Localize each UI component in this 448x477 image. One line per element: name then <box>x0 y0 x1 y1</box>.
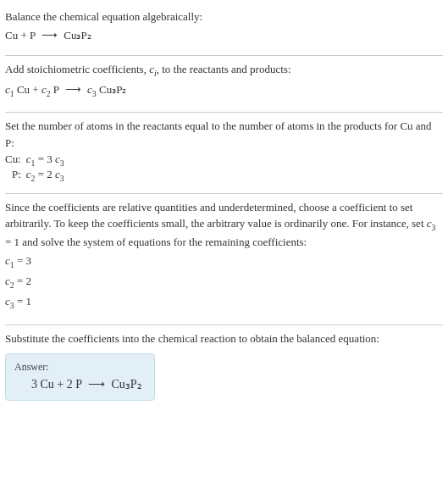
t2: P <box>51 83 59 96</box>
row-label: P: <box>5 168 26 183</box>
text-b: , to the reactants and products: <box>157 63 291 75</box>
v: = 1 <box>14 295 31 308</box>
t1: Cu + <box>14 83 41 96</box>
section-atom-balance: Set the number of atoms in the reactants… <box>5 113 443 192</box>
section-coefficients: Add stoichiometric coefficients, ci, to … <box>5 56 443 112</box>
arrow-icon: ⟶ <box>85 377 108 391</box>
solve-row: c1 = 3 <box>5 252 443 271</box>
t3: Cu₃P₂ <box>97 83 127 96</box>
rhs-s: 3 <box>60 158 64 168</box>
balance-row: P: c2 = 2 c3 <box>5 168 64 183</box>
answer-text: Substitute the coefficients into the che… <box>5 330 443 347</box>
section-problem: Balance the chemical equation algebraica… <box>5 3 443 55</box>
row-label: Cu: <box>5 153 26 168</box>
coeff-text: Add stoichiometric coefficients, ci, to … <box>5 61 443 80</box>
p-a: Since the coefficients are relative quan… <box>5 201 427 230</box>
rhs: Cu₃P₂ <box>112 378 142 391</box>
arrow-icon: ⟶ <box>38 27 61 44</box>
cv-sub: 3 <box>432 223 436 232</box>
solve-text: Since the coefficients are relative quan… <box>5 199 443 251</box>
eq-op: = 2 <box>35 168 55 180</box>
answer-label: Answer: <box>14 361 142 374</box>
lhs: Cu + P <box>5 29 36 42</box>
balance-row: Cu: c1 = 3 c3 <box>5 153 64 168</box>
row-eq: c1 = 3 c3 <box>26 153 64 168</box>
problem-equation: Cu + P ⟶ Cu₃P₂ <box>5 27 443 44</box>
balance-text: Set the number of atoms in the reactants… <box>5 118 443 151</box>
eq-op: = 3 <box>35 153 55 165</box>
solve-row: c2 = 2 <box>5 273 443 291</box>
answer-equation: 3 Cu + 2 P ⟶ Cu₃P₂ <box>14 377 142 391</box>
v: = 3 <box>14 254 31 267</box>
arrow-icon: ⟶ <box>62 81 85 98</box>
rhs-s: 3 <box>60 174 64 183</box>
lhs: 3 Cu + 2 P <box>31 378 82 391</box>
rhs: Cu₃P₂ <box>64 29 91 42</box>
v: = 2 <box>14 275 31 287</box>
problem-text: Balance the chemical equation algebraica… <box>5 8 443 25</box>
coeff-equation: c1 Cu + c2 P ⟶ c3 Cu₃P₂ <box>5 81 443 100</box>
section-answer: Substitute the coefficients into the che… <box>5 325 443 412</box>
solve-row: c3 = 1 <box>5 293 443 312</box>
section-solve: Since the coefficients are relative quan… <box>5 194 443 324</box>
text-a: Add stoichiometric coefficients, <box>5 63 149 75</box>
balance-equations: Cu: c1 = 3 c3 P: c2 = 2 c3 <box>5 153 64 182</box>
p-b: = 1 and solve the system of equations fo… <box>5 236 307 248</box>
row-eq: c2 = 2 c3 <box>26 168 64 183</box>
answer-box: Answer: 3 Cu + 2 P ⟶ Cu₃P₂ <box>5 353 155 401</box>
